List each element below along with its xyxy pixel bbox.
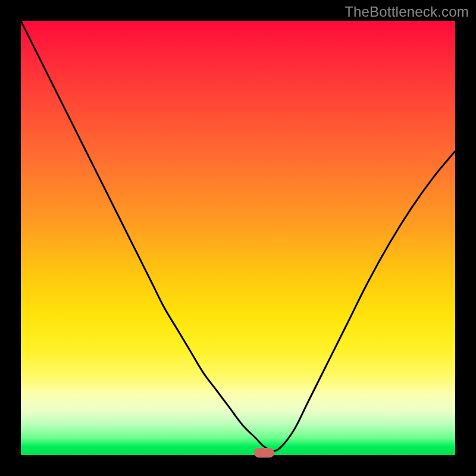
plot-area (21, 21, 455, 455)
watermark-text: TheBottleneck.com (345, 4, 469, 20)
chart-frame: TheBottleneck.com (0, 0, 476, 476)
optimal-marker (254, 448, 274, 458)
curve-path (21, 21, 455, 451)
bottleneck-curve (21, 21, 455, 455)
